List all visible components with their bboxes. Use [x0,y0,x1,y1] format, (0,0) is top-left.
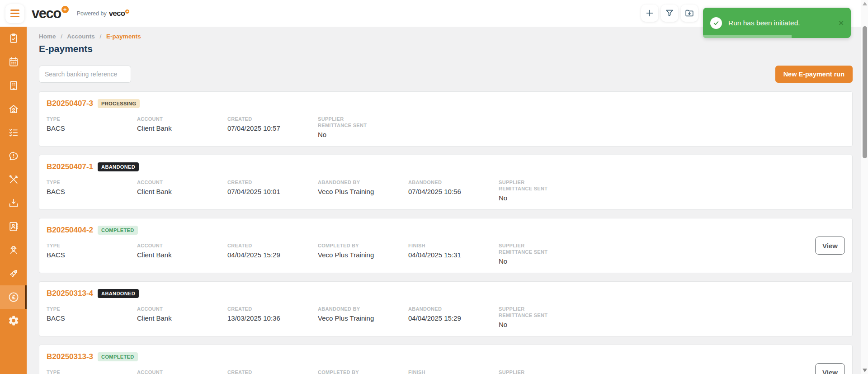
gear-icon [8,315,19,327]
search-input[interactable] [39,66,131,83]
breadcrumb-home[interactable]: Home [39,33,56,40]
powered-by: Powered by veco + [77,9,130,18]
payment-run-card: B20250313-4 ABANDONED TypeBACS AccountCl… [39,281,853,336]
tools-icon [8,174,19,185]
import-export-button[interactable] [681,5,698,22]
field-supplier-remittance: Supplier Remittance Sent [499,369,566,374]
field-finish: Finish04/04/2025 15:31 [408,242,499,265]
sidebar-item-settings[interactable] [0,309,27,332]
sidebar-item-clipboard-check[interactable] [0,27,27,50]
payment-run-card: B20250407-3 PROCESSING TypeBACS AccountC… [39,91,853,147]
toast-progress-bar [703,35,792,38]
pound-circle-icon [7,291,20,303]
field-type: TypeBACS [47,306,137,329]
field-created: Created13/03/2025 10:36 [227,306,318,329]
veco-logo: veco + [32,6,69,21]
success-check-icon [710,17,722,29]
filter-funnel-icon [665,8,675,18]
sidebar-item-contacts[interactable] [0,215,27,238]
field-supplier-remittance: Supplier Remittance SentNo [318,116,386,139]
home-person-icon [8,103,19,115]
sidebar-item-import[interactable] [0,191,27,215]
run-reference-link[interactable]: B20250313-3 [47,352,93,361]
plus-icon [645,8,655,18]
field-abandoned-by: Abandoned ByVeco Plus Training [318,306,408,329]
calendar-icon [8,56,19,68]
field-account: AccountClient Bank [137,306,227,329]
field-account: AccountClient Bank [137,242,227,265]
sidebar-item-launch[interactable] [0,262,27,285]
status-badge: ABANDONED [98,162,139,171]
sidebar-item-calendar[interactable] [0,50,27,74]
building-icon [8,80,19,91]
sidebar-item-tools[interactable] [0,168,27,191]
breadcrumb-e-payments: E-payments [106,33,141,40]
payment-run-list: B20250407-3 PROCESSING TypeBACS AccountC… [39,91,853,374]
field-created: Created07/04/2025 10:57 [227,116,318,139]
toast-close-button[interactable]: × [839,19,844,27]
page-title: E-payments [39,43,853,56]
view-button[interactable]: View [815,363,845,374]
scrollbar-thumb[interactable] [863,26,867,158]
breadcrumb-accounts[interactable]: Accounts [67,33,95,40]
clipboard-check-icon [8,33,19,44]
payment-run-card: B20250404-2 COMPLETED TypeBACS AccountCl… [39,218,853,273]
actions-row: New E-payment run [39,65,853,83]
hamburger-icon [10,9,19,11]
contact-card-icon [8,221,19,232]
filter-button[interactable] [661,5,678,22]
sidebar-item-checklist[interactable] [0,121,27,144]
sidebar-item-home[interactable] [0,97,27,121]
rocket-icon [8,268,19,279]
field-type: Type [47,369,137,374]
sidebar-item-e-payments[interactable] [0,285,27,309]
vertical-scrollbar[interactable] [861,0,868,374]
field-supplier-remittance: Supplier Remittance SentNo [499,306,566,329]
status-badge: PROCESSING [98,99,140,108]
field-abandoned: Abandoned07/04/2025 10:56 [408,179,499,202]
run-reference-link[interactable]: B20250407-1 [47,162,93,171]
field-type: TypeBACS [47,242,137,265]
field-type: TypeBACS [47,179,137,202]
field-supplier-remittance: Supplier Remittance SentNo [499,179,566,202]
sidebar-item-contractors[interactable] [0,238,27,262]
toast-notification: Run has been initiated. × [703,8,851,38]
new-e-payment-run-button[interactable]: New E-payment run [775,66,853,83]
payment-run-card: B20250313-3 COMPLETED Type Account Creat… [39,345,853,374]
sidebar-item-feedback[interactable] [0,144,27,168]
field-account: AccountClient Bank [137,179,227,202]
main-content: Home / Accounts / E-payments E-payments … [27,27,861,374]
status-badge: COMPLETED [98,352,138,361]
field-account: AccountClient Bank [137,116,227,139]
download-tray-icon [8,197,19,209]
powered-logo-plus-icon: + [125,9,129,14]
header-toolbar [641,5,698,22]
add-button[interactable] [641,5,658,22]
run-reference-link[interactable]: B20250313-4 [47,289,93,298]
field-created: Created07/04/2025 10:01 [227,179,318,202]
veco-logo-plus-icon: + [61,6,69,13]
veco-logo-text: veco [32,6,61,21]
field-completed-by: Completed By [318,369,408,374]
field-completed-by: Completed ByVeco Plus Training [318,242,408,265]
field-abandoned: Abandoned04/04/2025 15:29 [408,306,499,329]
field-created: Created04/04/2025 15:29 [227,242,318,265]
field-abandoned-by: Abandoned ByVeco Plus Training [318,179,408,202]
hamburger-menu-button[interactable] [5,4,24,23]
run-reference-link[interactable]: B20250404-2 [47,226,93,235]
field-created: Created [227,369,318,374]
status-badge: COMPLETED [98,226,138,235]
run-reference-link[interactable]: B20250407-3 [47,99,93,108]
field-account: Account [137,369,227,374]
field-supplier-remittance: Supplier Remittance SentNo [499,242,566,265]
sidebar-item-building[interactable] [0,74,27,97]
comment-alert-icon [8,150,19,162]
field-finish: Finish [408,369,499,374]
checklist-icon [8,127,19,138]
view-button[interactable]: View [815,237,845,255]
scroll-down-arrow[interactable] [863,369,867,372]
toast-message: Run has been initiated. [728,19,839,27]
field-type: TypeBACS [47,116,137,139]
sidebar-nav [0,27,27,374]
scroll-up-arrow[interactable] [863,2,867,5]
